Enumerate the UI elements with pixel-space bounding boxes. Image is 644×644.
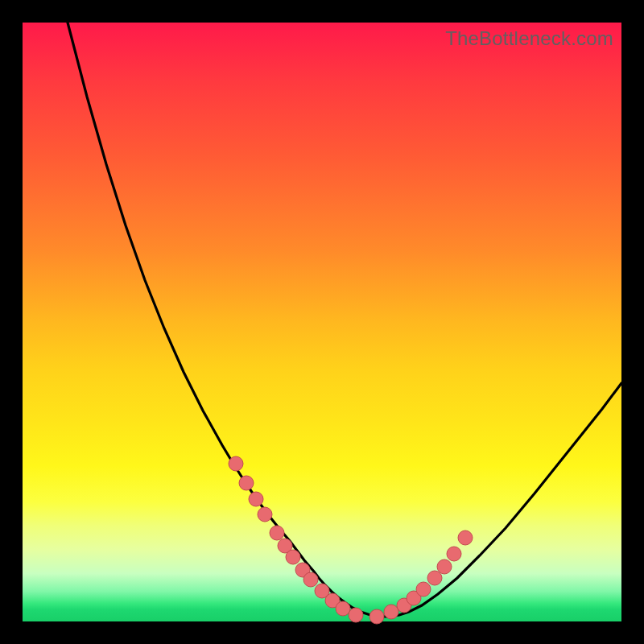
highlight-dot bbox=[447, 547, 461, 561]
highlight-dot bbox=[270, 526, 284, 540]
watermark-text: TheBottleneck.com bbox=[445, 27, 613, 50]
highlight-dot bbox=[416, 582, 431, 597]
highlight-dot bbox=[239, 476, 254, 490]
highlight-dot bbox=[303, 572, 318, 587]
highlight-dot bbox=[286, 550, 300, 564]
highlight-dot bbox=[249, 492, 263, 506]
highlight-dot bbox=[437, 559, 452, 574]
highlight-dot bbox=[369, 609, 384, 624]
highlight-dot bbox=[349, 608, 363, 622]
highlight-dot bbox=[258, 507, 272, 522]
chart-plot-area: TheBottleneck.com bbox=[23, 23, 621, 621]
highlight-dot bbox=[427, 571, 442, 585]
highlight-dots-group bbox=[229, 456, 473, 624]
highlight-dot bbox=[384, 605, 398, 619]
chart-overlay-svg bbox=[23, 23, 621, 621]
highlight-dot bbox=[336, 601, 350, 616]
chart-frame: TheBottleneck.com bbox=[0, 0, 644, 644]
highlight-dot bbox=[229, 456, 243, 471]
bottleneck-curve bbox=[68, 23, 621, 617]
highlight-dot bbox=[458, 530, 473, 545]
